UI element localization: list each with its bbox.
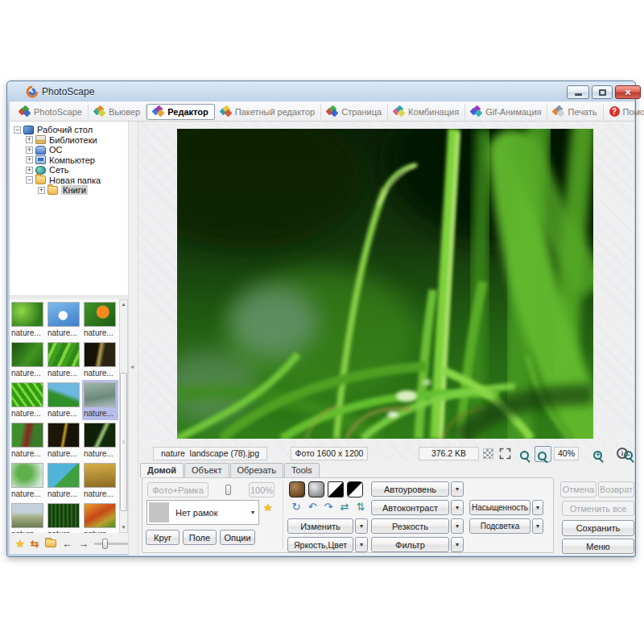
fit-window-button[interactable] [535,446,551,462]
frame-favorite-icon[interactable]: ★ [263,502,273,514]
blackwhite-preset-icon[interactable] [328,481,344,497]
thumbnail-item[interactable]: nature... [10,299,46,340]
thumbnail-item[interactable]: nature... [10,460,46,501]
change-dropdown-icon[interactable]: ▾ [355,518,368,534]
tree-expander-icon[interactable]: + [26,156,33,163]
saturation-dropdown-icon[interactable]: ▾ [532,500,543,515]
thumbnail-image[interactable] [84,503,116,528]
minimize-button[interactable] [567,85,589,99]
transparency-checker-icon[interactable] [483,448,493,459]
frame-select-dropdown[interactable]: Нет рамок ▾ [147,500,259,525]
auto-level-dropdown-icon[interactable]: ▾ [451,481,464,497]
tree-item[interactable]: + Компьютер [10,155,128,166]
thumbnail-image[interactable] [84,382,116,407]
tree-expander-icon[interactable]: + [26,167,33,174]
thumbnail-image[interactable] [47,423,80,448]
circle-button[interactable]: Круг [146,530,180,545]
thumbnail-size-slider[interactable] [94,543,128,545]
tree-expander-icon[interactable]: + [26,136,33,143]
rotate-right-icon[interactable]: ↷ [321,501,336,514]
main-tab[interactable]: Вьювер [89,104,147,120]
main-tab[interactable]: Комбинация [388,104,465,120]
thumbnail-image[interactable] [11,463,43,488]
tree-item[interactable]: + ОС [10,145,128,155]
main-tab[interactable]: Редактор [147,104,214,120]
editor-tab[interactable]: Объект [184,463,229,477]
actual-size-icon[interactable] [520,451,529,460]
thumbnail-item[interactable]: nature... [10,380,46,420]
thumbnail-item[interactable]: nature... [46,501,82,533]
thumbnail-image[interactable] [84,302,116,327]
main-tab[interactable]: Пакетный редактор [215,104,322,120]
zoom-in-icon[interactable]: + [593,451,602,460]
slider-thumb[interactable] [102,539,108,549]
thumbnail-image[interactable] [84,463,116,488]
editor-tab[interactable]: Домой [140,463,184,477]
sharpen-dropdown-icon[interactable]: ▾ [451,518,464,534]
flip-horizontal-icon[interactable]: ⇄ [337,501,352,514]
thumbnail-scrollbar[interactable]: ▲ ≡ ▼ [119,299,128,533]
fullscreen-icon[interactable] [499,448,511,460]
maximize-button[interactable] [592,85,613,99]
thumbnail-image[interactable] [84,342,116,367]
editor-tab[interactable]: Tools [284,463,320,477]
main-tab[interactable]: Страница [321,104,388,120]
thumbnail-image[interactable] [11,302,43,327]
tree-item[interactable]: − Новая папка [10,175,128,186]
thumbnail-item[interactable]: nature... [82,299,118,340]
thumbnail-image[interactable] [11,423,43,448]
sepia-preset-icon[interactable] [289,481,305,497]
thumbnail-image[interactable] [11,342,43,367]
frame-slider-thumb[interactable] [225,485,231,495]
thumbnail-item[interactable]: nature... [46,460,82,501]
thumbnail-image[interactable] [47,463,80,488]
tree-expander-icon[interactable]: + [26,147,33,154]
thumbnail-image[interactable] [47,302,80,327]
main-tab[interactable]: Gif-Анимация [465,104,547,120]
flip-vertical-icon[interactable]: ⇅ [353,501,368,514]
photo-image[interactable] [177,129,593,439]
editor-tab[interactable]: Обрезать [230,463,284,477]
main-tab[interactable]: PhotoScape [14,104,89,120]
vertical-splitter[interactable]: ◂ [128,122,138,555]
options-button[interactable]: Опции [220,530,255,545]
next-photo-icon[interactable]: → [78,538,89,550]
thumbnail-image[interactable] [47,342,80,367]
tree-item[interactable]: + Книги [10,185,128,196]
change-button[interactable]: Изменить [287,518,353,534]
field-button[interactable]: Поле [183,530,217,545]
titlebar[interactable]: PhotoScape × [10,82,634,101]
main-tab[interactable]: ? Помощь [604,104,644,120]
tree-item[interactable]: − Рабочий стол [10,125,128,135]
close-button[interactable]: × [615,85,641,99]
thumbnail-item[interactable]: nature... [82,460,118,501]
backlight-button[interactable]: Подсветка [469,518,530,534]
thumbnail-image[interactable] [47,382,80,407]
filter-button[interactable]: Фильтр [371,537,449,552]
thumbnail-image[interactable] [47,503,80,528]
thumbnail-item[interactable]: nature... [82,501,118,533]
auto-contrast-button[interactable]: Автоконтраст [371,500,449,515]
thumbnail-image[interactable] [84,423,116,448]
auto-level-button[interactable]: Автоуровень [371,481,449,497]
tree-expander-icon[interactable]: + [38,187,45,194]
brightness-dropdown-icon[interactable]: ▾ [355,537,368,552]
sharpen-button[interactable]: Резкость [371,518,449,534]
thumbnail-image[interactable] [11,503,43,528]
rotate-left-icon[interactable]: ↶ [305,501,320,514]
thumbnail-item[interactable]: nature... [82,340,118,380]
backlight-dropdown-icon[interactable]: ▾ [532,518,543,534]
thumbnail-item[interactable]: nature... [82,420,118,460]
thumbnail-item[interactable]: nature... [10,501,46,533]
browse-folder-icon[interactable] [45,539,56,547]
tree-expander-icon[interactable]: − [26,176,33,184]
splitter-handle-icon[interactable]: ◂ [130,363,134,370]
tree-expander-icon[interactable]: − [14,126,21,134]
thumbnail-image[interactable] [11,382,43,407]
tree-item[interactable]: + Сеть [10,165,128,175]
scroll-up-icon[interactable]: ▲ [120,300,127,309]
thumbnail-item[interactable]: nature... [46,299,82,340]
negative-preset-icon[interactable] [347,481,363,497]
scrollbar-thumb[interactable]: ≡ [120,373,127,511]
menu-button[interactable]: Меню [562,539,634,554]
